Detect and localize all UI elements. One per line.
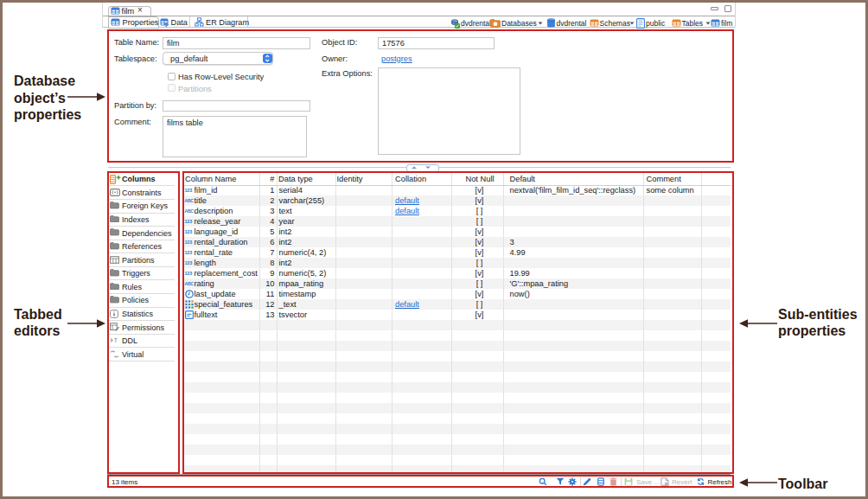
svg-text:T: T (114, 336, 118, 344)
